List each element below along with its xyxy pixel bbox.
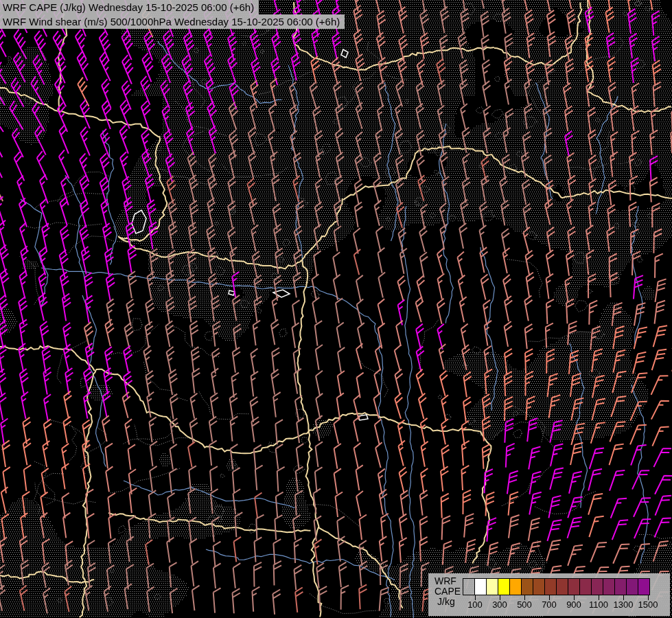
legend-cell	[603, 578, 615, 595]
legend-cell	[556, 578, 568, 595]
legend-cell	[509, 578, 522, 595]
legend-color-scale	[463, 578, 650, 595]
weather-map-page: WRF CAPE (J/kg) Wednesday 15-10-2025 06:…	[0, 0, 672, 618]
legend-cell	[626, 578, 638, 595]
legend-cell	[498, 578, 510, 595]
legend-cell	[474, 578, 487, 595]
legend-label-variable: CAPE	[435, 586, 461, 597]
legend-label-model: WRF	[435, 576, 461, 586]
legend-cell	[544, 578, 557, 595]
cape-legend: WRF CAPE J/kg 10030050070090011001300150…	[428, 573, 670, 616]
legend-label-unit: J/kg	[435, 597, 461, 607]
legend-tick-label: 1500	[633, 599, 663, 610]
legend-label: WRF CAPE J/kg	[435, 576, 461, 607]
legend-cell	[521, 578, 533, 595]
title-cape: WRF CAPE (J/kg) Wednesday 15-10-2025 06:…	[0, 0, 259, 14]
legend-cell	[568, 578, 580, 595]
legend-cell	[638, 578, 650, 595]
legend-cell	[486, 578, 498, 595]
weather-map-canvas	[0, 0, 672, 618]
title-wind-shear: WRF Wind shear (m/s) 500/1000hPa Wednesd…	[0, 14, 345, 29]
legend-cell	[533, 578, 545, 595]
legend-cell	[591, 578, 603, 595]
legend-cell	[614, 578, 627, 595]
legend-cell	[463, 578, 475, 595]
legend-cell	[579, 578, 592, 595]
map-title-panel: WRF CAPE (J/kg) Wednesday 15-10-2025 06:…	[0, 0, 345, 29]
